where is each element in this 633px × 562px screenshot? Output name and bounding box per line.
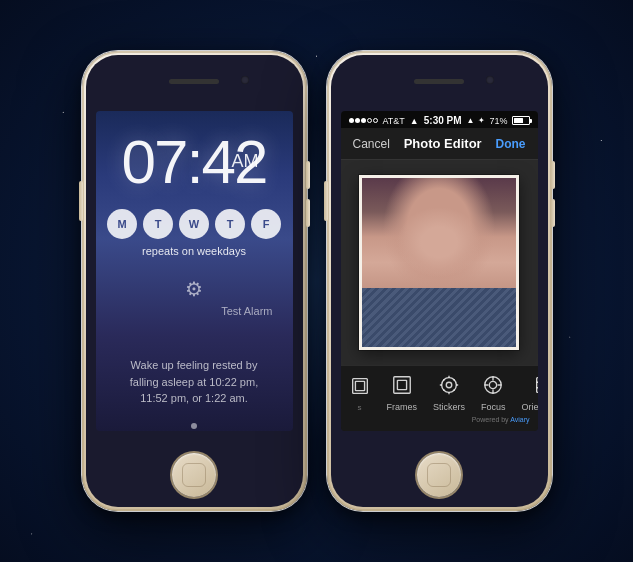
day-monday[interactable]: M bbox=[107, 209, 137, 239]
battery-icon bbox=[512, 116, 530, 125]
powered-by-label: Powered by Aviary bbox=[341, 414, 538, 427]
carrier-name: AT&T bbox=[383, 116, 405, 126]
photo-edit-area[interactable] bbox=[341, 160, 538, 365]
status-right: ▲ ✦ 71% bbox=[467, 116, 530, 126]
status-bar: AT&T ▲ 5:30 PM ▲ ✦ 71% bbox=[341, 111, 538, 128]
toolbar-item-orientation[interactable]: Orientation bbox=[514, 372, 538, 414]
home-button[interactable] bbox=[172, 453, 216, 497]
signal-dot-3 bbox=[361, 118, 366, 123]
scroll-indicator bbox=[191, 423, 197, 429]
phone-photo-editor: AT&T ▲ 5:30 PM ▲ ✦ 71% Cancel bbox=[327, 51, 552, 511]
repeats-label: repeats on weekdays bbox=[142, 245, 246, 257]
day-saturday[interactable]: S bbox=[287, 209, 293, 239]
brand-name: Aviary bbox=[510, 416, 529, 423]
home-button-2[interactable] bbox=[417, 453, 461, 497]
orientation-label: Orientation bbox=[522, 402, 538, 412]
volume-down-button-2[interactable] bbox=[551, 199, 555, 227]
settings-icon[interactable]: ⚙ bbox=[185, 277, 203, 301]
svg-rect-16 bbox=[536, 378, 537, 393]
day-friday[interactable]: F bbox=[251, 209, 281, 239]
day-wednesday[interactable]: W bbox=[179, 209, 209, 239]
volume-up-button-2[interactable] bbox=[551, 161, 555, 189]
focus-label: Focus bbox=[481, 402, 506, 412]
status-time: 5:30 PM bbox=[424, 115, 462, 126]
signal-dot-1 bbox=[349, 118, 354, 123]
alarm-ampm: AM bbox=[232, 151, 259, 172]
alarm-screen: 07:42 AM S M T W T F S repeats on weekda… bbox=[96, 111, 293, 431]
focus-icon bbox=[482, 374, 504, 399]
svg-rect-1 bbox=[355, 381, 364, 390]
toolbar-item-partial[interactable]: s bbox=[341, 373, 379, 414]
day-thursday[interactable]: T bbox=[215, 209, 245, 239]
wifi-icon: ▲ bbox=[410, 116, 419, 126]
orientation-icon bbox=[533, 374, 538, 399]
toolbar-item-stickers[interactable]: Stickers bbox=[425, 372, 473, 414]
svg-rect-2 bbox=[394, 377, 411, 394]
photo-image bbox=[362, 178, 516, 347]
phone-speaker bbox=[169, 79, 219, 84]
front-camera-2 bbox=[486, 76, 494, 84]
done-button[interactable]: Done bbox=[495, 137, 525, 151]
location-icon: ▲ bbox=[467, 116, 475, 125]
bluetooth-icon: ✦ bbox=[478, 116, 485, 125]
days-row: S M T W T F S bbox=[96, 209, 293, 239]
phones-container: 07:42 AM S M T W T F S repeats on weekda… bbox=[0, 0, 633, 562]
battery-percent: 71% bbox=[489, 116, 507, 126]
toolbar-item-focus[interactable]: Focus bbox=[473, 372, 514, 414]
photo-subject bbox=[362, 178, 516, 347]
frames-icon bbox=[391, 374, 413, 399]
page-title: Photo Editor bbox=[404, 136, 482, 151]
svg-point-5 bbox=[446, 382, 452, 388]
svg-point-11 bbox=[490, 381, 497, 388]
photo-editor-screen: AT&T ▲ 5:30 PM ▲ ✦ 71% Cancel bbox=[341, 111, 538, 431]
time-display: 07:42 AM bbox=[121, 131, 266, 193]
photo-frame bbox=[359, 175, 519, 350]
partial-icon bbox=[349, 375, 371, 400]
photo-toolbar: s Frames bbox=[341, 365, 538, 431]
status-left: AT&T ▲ bbox=[349, 116, 419, 126]
battery-fill bbox=[514, 118, 524, 123]
alarm-name-label: Test Alarm bbox=[221, 305, 272, 317]
toolbar-items-row: s Frames bbox=[341, 372, 538, 414]
front-camera bbox=[241, 76, 249, 84]
signal-dot-5 bbox=[373, 118, 378, 123]
signal-dot-2 bbox=[355, 118, 360, 123]
signal-bars bbox=[349, 118, 378, 123]
navigation-bar: Cancel Photo Editor Done bbox=[341, 128, 538, 160]
signal-dot-4 bbox=[367, 118, 372, 123]
day-sunday[interactable]: S bbox=[96, 209, 102, 239]
stickers-label: Stickers bbox=[433, 402, 465, 412]
phone-speaker-2 bbox=[414, 79, 464, 84]
volume-down-button[interactable] bbox=[306, 199, 310, 227]
power-button-2[interactable] bbox=[324, 181, 328, 221]
partial-label: s bbox=[358, 403, 362, 412]
svg-rect-3 bbox=[397, 380, 406, 389]
cancel-button[interactable]: Cancel bbox=[353, 137, 390, 151]
toolbar-item-frames[interactable]: Frames bbox=[379, 372, 426, 414]
frames-label: Frames bbox=[387, 402, 418, 412]
volume-up-button[interactable] bbox=[306, 161, 310, 189]
day-tuesday[interactable]: T bbox=[143, 209, 173, 239]
alarm-description: Wake up feeling rested by falling asleep… bbox=[96, 357, 293, 407]
stickers-icon bbox=[438, 374, 460, 399]
phone-alarm: 07:42 AM S M T W T F S repeats on weekda… bbox=[82, 51, 307, 511]
power-button[interactable] bbox=[79, 181, 83, 221]
